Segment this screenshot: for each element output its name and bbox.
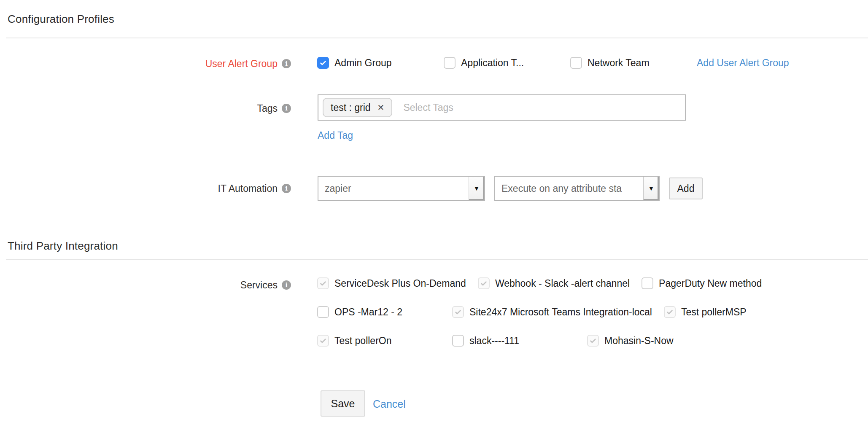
caret-down-icon[interactable]: ▼ <box>643 177 659 200</box>
checkbox-option-test-pollermsp: Test pollerMSP <box>664 306 787 318</box>
info-icon[interactable]: i <box>282 59 291 68</box>
section-title-third-party-integration: Third Party Integration <box>8 239 118 253</box>
it-automation-label-wrap: IT Automation i <box>0 182 291 195</box>
section-divider <box>6 38 868 38</box>
checkbox-checked-disabled-icon <box>664 306 676 318</box>
it-automation-label: IT Automation <box>218 183 278 194</box>
add-automation-button[interactable]: Add <box>669 178 703 199</box>
checkbox-option-ops-mar12-2[interactable]: OPS -Mar12 - 2 <box>317 306 440 318</box>
condition-select[interactable]: Execute on any attribute sta ▼ <box>494 176 660 201</box>
services-label: Services <box>240 280 278 291</box>
checkbox-checked-disabled-icon <box>317 335 329 347</box>
tags-label-wrap: Tags i <box>0 102 291 115</box>
checkbox-unchecked-icon[interactable] <box>444 57 456 69</box>
info-icon[interactable]: i <box>282 280 291 290</box>
checkbox-option-webhook-slack-alert-channel: Webhook - Slack -alert channel <box>478 277 630 289</box>
checkbox-label: Site24x7 Microsoft Teams Integration-loc… <box>469 307 652 318</box>
checkbox-label: PagerDuty New method <box>659 278 762 289</box>
condition-select-value: Execute on any attribute sta <box>495 177 643 200</box>
checkbox-option-application-t[interactable]: Application T... <box>444 57 558 69</box>
close-icon[interactable]: ✕ <box>377 103 385 112</box>
checkbox-checked-disabled-icon <box>452 306 464 318</box>
services-row: ServiceDesk Plus On-DemandWebhook - Slac… <box>317 277 799 289</box>
section-divider <box>6 259 868 260</box>
services-label-wrap: Services i <box>0 279 291 291</box>
checkbox-checked-disabled-icon <box>478 277 490 289</box>
tag-chip-text: test : grid <box>331 102 371 113</box>
checkbox-option-network-team[interactable]: Network Team <box>570 57 685 69</box>
info-icon[interactable]: i <box>282 104 291 113</box>
checkbox-label: Application T... <box>461 57 524 69</box>
services-options: ServiceDesk Plus On-DemandWebhook - Slac… <box>317 277 799 363</box>
caret-down-icon[interactable]: ▼ <box>469 177 484 200</box>
checkbox-unchecked-icon[interactable] <box>452 335 464 347</box>
checkbox-label: Webhook - Slack -alert channel <box>495 278 630 289</box>
checkbox-option-admin-group[interactable]: Admin Group <box>317 57 432 69</box>
tag-chips: test : grid✕ <box>323 98 392 117</box>
checkbox-label: ServiceDesk Plus On-Demand <box>334 278 466 289</box>
save-button[interactable]: Save <box>321 390 365 417</box>
checkbox-unchecked-icon[interactable] <box>317 306 329 318</box>
checkbox-checked-icon[interactable] <box>317 57 329 69</box>
cancel-link[interactable]: Cancel <box>373 398 406 410</box>
tags-input[interactable]: test : grid✕ Select Tags <box>318 94 686 121</box>
checkbox-label: slack----111 <box>469 335 519 347</box>
checkbox-option-servicedesk-plus-on-demand: ServiceDesk Plus On-Demand <box>317 277 466 289</box>
add-user-alert-group-link[interactable]: Add User Alert Group <box>697 57 789 69</box>
checkbox-option-slack-111[interactable]: slack----111 <box>452 335 575 347</box>
user-alert-group-options: Admin GroupApplication T...Network TeamA… <box>317 57 789 69</box>
add-tag-link[interactable]: Add Tag <box>318 130 353 141</box>
checkbox-label: Admin Group <box>334 57 392 69</box>
checkbox-option-test-polleron: Test pollerOn <box>317 335 440 347</box>
checkbox-label: Test pollerMSP <box>681 307 747 318</box>
checkbox-option-site24x7-microsoft-teams-integration-local: Site24x7 Microsoft Teams Integration-loc… <box>452 306 652 318</box>
checkbox-checked-disabled-icon <box>587 335 599 347</box>
services-row: Test pollerOnslack----111Mohasin-S-Now <box>317 335 799 347</box>
configuration-profiles-page: Configuration Profiles User Alert Group … <box>0 0 868 425</box>
tags-label: Tags <box>257 103 278 114</box>
checkbox-label: Test pollerOn <box>334 335 392 347</box>
checkbox-label: Mohasin-S-Now <box>604 335 674 347</box>
info-icon[interactable]: i <box>282 184 291 193</box>
automation-select-value: zapier <box>318 177 469 200</box>
user-alert-group-label: User Alert Group <box>205 58 278 70</box>
checkbox-checked-disabled-icon <box>317 277 329 289</box>
user-alert-group-label-wrap: User Alert Group i <box>0 57 291 70</box>
services-row: OPS -Mar12 - 2Site24x7 Microsoft Teams I… <box>317 306 799 318</box>
checkbox-unchecked-icon[interactable] <box>570 57 582 69</box>
checkbox-unchecked-icon[interactable] <box>642 277 653 289</box>
checkbox-label: Network Team <box>588 57 650 69</box>
checkbox-option-pagerduty-new-method[interactable]: PagerDuty New method <box>642 277 765 289</box>
tags-placeholder: Select Tags <box>403 102 453 113</box>
checkbox-option-mohasin-s-now: Mohasin-S-Now <box>587 335 710 347</box>
tag-chip-test-grid: test : grid✕ <box>323 98 392 117</box>
automation-select[interactable]: zapier ▼ <box>318 176 485 201</box>
section-title-configuration-profiles: Configuration Profiles <box>8 13 114 26</box>
checkbox-label: OPS -Mar12 - 2 <box>334 307 402 318</box>
